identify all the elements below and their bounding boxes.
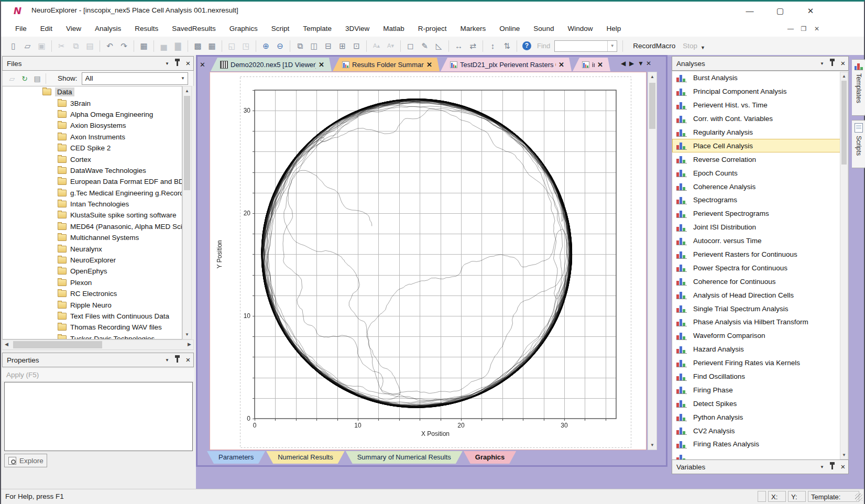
tree-item-g-tec-medical-engineering-g-record[interactable]: g.Tec Medical Engineering g.Record (3, 188, 182, 199)
tree-item-rc-electronics[interactable]: RC Electronics (3, 288, 182, 299)
tree-item-alpha-omega-engineering[interactable]: Alpha Omega Engineering (3, 109, 182, 120)
analysis-item-burst-analysis[interactable]: Burst Analysis (672, 71, 848, 85)
cut-icon[interactable]: ✂ (55, 39, 68, 52)
open-file-icon[interactable]: ▱ (21, 39, 34, 52)
close-tab-icon[interactable]: ✕ (319, 61, 324, 69)
save-icon[interactable]: ▣ (35, 39, 48, 52)
analysis-item-perievent-hist-vs-time[interactable]: Perievent Hist. vs. Time (672, 98, 848, 112)
menu-item-r-project[interactable]: R-project (411, 20, 454, 37)
find-dropdown-arrow-icon[interactable]: ▼ (607, 41, 617, 51)
menu-item-graphics[interactable]: Graphics (223, 20, 265, 37)
fit-to-page-icon[interactable]: ⊡ (350, 39, 363, 52)
close-tab-icon[interactable]: ✕ (597, 61, 603, 69)
minimize-button[interactable]: — (738, 4, 762, 18)
apply-button[interactable]: Apply (F5) (2, 368, 194, 381)
print-icon[interactable]: ▦ (137, 39, 150, 52)
analysis-item-firing-rates-analysis[interactable]: Firing Rates Analysis (672, 437, 848, 451)
copy-icon[interactable]: ⧉ (69, 39, 82, 52)
properties-close-icon[interactable]: × (183, 355, 193, 365)
menu-item-file[interactable]: File (8, 20, 34, 37)
analysis-item-autocorr-versus-time[interactable]: Autocorr. versus Time (672, 234, 848, 248)
close-document-icon[interactable]: ✕ (646, 60, 651, 67)
analysis-item-coherence-for-continuous[interactable]: Coherence for Continuous (672, 275, 848, 288)
properties-menu-chevron-icon[interactable]: ▼ (162, 355, 172, 365)
font-decrease-icon[interactable]: A▾ (384, 39, 397, 52)
menu-item-3dview[interactable]: 3DView (338, 20, 376, 37)
font-increase-icon[interactable]: A▴ (370, 39, 383, 52)
analysis-item-joint-isi-distribution[interactable]: Joint ISI Distribution (672, 221, 848, 234)
analysis-item-perievent-spectrograms[interactable]: Perievent Spectrograms (672, 207, 848, 221)
explore-button[interactable]: Explore (4, 454, 47, 467)
document-tab-testd21-plx-perievent-rasters-0[interactable]: TestD21_plx Perievent Rasters 0...✕ (441, 58, 572, 71)
mdi-close-button[interactable]: ✕ (811, 24, 823, 34)
view-tab-numerical-results[interactable]: Numerical Results (266, 451, 344, 464)
arrange-windows-icon[interactable]: ⊞ (336, 39, 349, 52)
macro-dropdown-icon[interactable]: ▼ (700, 42, 705, 50)
analysis-item-single-trial-spectrum-analysis[interactable]: Single Trial Spectrum Analysis (672, 302, 848, 315)
sidebar-tab-templates[interactable]: Templates (852, 59, 865, 116)
menu-item-matlab[interactable]: Matlab (376, 20, 411, 37)
scroll-down-icon[interactable]: ▼ (840, 453, 848, 457)
analysis-item-firing-phase[interactable]: Firing Phase (672, 383, 848, 397)
scroll-thumb[interactable] (13, 341, 102, 348)
scroll-down-icon[interactable]: ▼ (183, 332, 191, 337)
matrix-view-icon[interactable]: ▩ (191, 39, 204, 52)
menu-item-view[interactable]: View (59, 20, 88, 37)
close-tab-group-icon[interactable]: ✕ (200, 61, 205, 69)
view-tab-summary-of-numerical-results[interactable]: Summary of Numerical Results (346, 451, 463, 464)
document-tab-demo2020-nex5-1d-viewer[interactable]: Demo2020.nex5 [1D Viewer]✕ (211, 58, 332, 71)
tree-item-datawave-technologies[interactable]: DataWave Technologies (3, 165, 182, 176)
variables-menu-chevron-icon[interactable]: ▼ (817, 462, 827, 472)
analysis-item-corr-with-cont-variables[interactable]: Corr. with Cont. Variables (672, 112, 848, 126)
files-menu-chevron-icon[interactable]: ▼ (162, 58, 172, 69)
analysis-item-phase-analysis-via-hilbert-transform[interactable]: Phase Analysis via Hilbert Transform (672, 315, 848, 329)
close-tab-icon[interactable]: ✕ (426, 61, 432, 69)
scroll-up-icon[interactable]: ▲ (648, 74, 656, 79)
tree-item-neuroexplorer[interactable]: NeuroExplorer (3, 255, 182, 266)
scroll-tabs-right-icon[interactable]: ▶ (629, 60, 634, 67)
tree-item-thomas-recording-wav-files[interactable]: Thomas Recording WAV files (3, 322, 182, 333)
tree-item-3brain[interactable]: 3Brain (3, 97, 182, 108)
scroll-thumb[interactable] (649, 83, 655, 129)
sidebar-tab-scripts[interactable]: Scripts (852, 120, 865, 168)
analysis-item-principal-component-analysis[interactable]: Principal Component Analysis (672, 85, 848, 98)
tree-item-openephys[interactable]: OpenEphys (3, 266, 182, 277)
menu-item-script[interactable]: Script (265, 20, 297, 37)
close-tab-icon[interactable]: ✕ (559, 61, 564, 69)
document-tab-results-folder-summary[interactable]: Results Folder Summary✕ (333, 58, 440, 71)
stop-macro-button[interactable]: Stop (683, 42, 697, 50)
tree-item-axion-biosystems[interactable]: Axion Biosystems (3, 120, 182, 131)
files-pin-icon[interactable] (172, 58, 183, 69)
analysis-item-waveform-comparison[interactable]: Waveform Comparison (672, 329, 848, 343)
menu-item-savedresults[interactable]: SavedResults (165, 20, 222, 37)
record-macro-button[interactable]: RecordMacro (633, 42, 675, 50)
scroll-down-icon[interactable]: ▼ (648, 443, 656, 447)
menu-item-results[interactable]: Results (128, 20, 165, 37)
scroll-tabs-left-icon[interactable]: ◀ (621, 60, 626, 67)
menu-item-sound[interactable]: Sound (527, 20, 561, 37)
scroll-thumb[interactable] (841, 81, 847, 165)
histogram-icon[interactable]: ▅ (157, 39, 170, 52)
analysis-item-perievent-rasters-for-continuous[interactable]: Perievent Rasters for Continuous (672, 248, 848, 261)
document-vscrollbar[interactable]: ▲ ▼ (648, 72, 657, 450)
copy-page-icon[interactable]: ◱ (225, 39, 238, 52)
tree-item-cortex[interactable]: Cortex (3, 154, 182, 165)
analyses-pin-icon[interactable] (827, 58, 838, 69)
tree-item-text-files-with-continuous-data[interactable]: Text Files with Continuous Data (3, 311, 182, 322)
analysis-item-python-analysis[interactable]: Python Analysis (672, 410, 848, 424)
undo-icon[interactable]: ↶ (103, 39, 116, 52)
menu-item-edit[interactable]: Edit (34, 20, 59, 37)
analysis-item-cv2-analysis[interactable]: CV2 Analysis (672, 424, 848, 437)
tree-item-ced-spike-2[interactable]: CED Spike 2 (3, 143, 182, 154)
resize-grip[interactable] (855, 494, 862, 501)
files-tree-hscrollbar[interactable]: ◀ ▶ (2, 339, 194, 350)
tree-item-intan-technologies[interactable]: Intan Technologies (3, 199, 182, 210)
tree-item-axon-instruments[interactable]: Axon Instruments (3, 132, 182, 143)
tree-item-ripple-neuro[interactable]: Ripple Neuro (3, 299, 182, 310)
menu-item-template[interactable]: Template (296, 20, 338, 37)
menu-item-help[interactable]: Help (599, 20, 628, 37)
draw-line-icon[interactable]: ✎ (418, 39, 431, 52)
open-data-file-icon[interactable]: ▱ (6, 73, 18, 84)
find-input[interactable]: ▼ (554, 40, 617, 52)
help-icon[interactable]: ? (520, 39, 533, 52)
